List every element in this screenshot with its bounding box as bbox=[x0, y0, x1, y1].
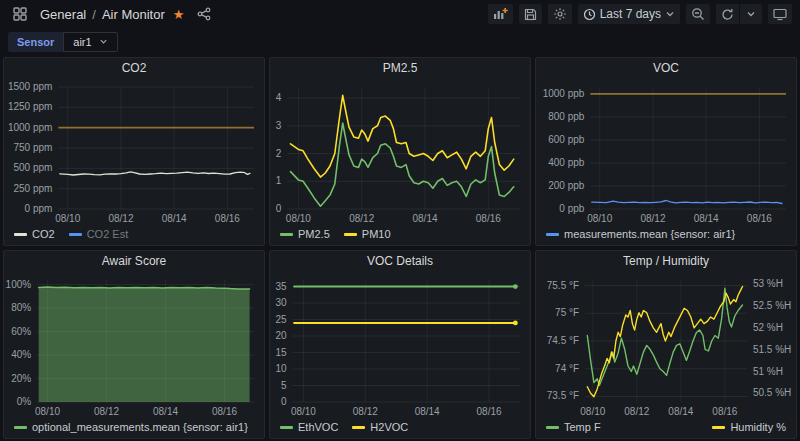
chart-canvas[interactable]: 08/1008/1208/1408/1605101520253035 bbox=[270, 272, 530, 419]
zoom-out-button[interactable] bbox=[686, 4, 710, 24]
y-tick-label: 0 bbox=[281, 396, 287, 407]
breadcrumb-section[interactable]: General bbox=[40, 7, 86, 22]
y-tick-label: 500 ppm bbox=[13, 162, 52, 173]
y-tick-label: 1000 ppm bbox=[8, 122, 52, 133]
series-line bbox=[587, 288, 742, 385]
y-tick-label: 10 bbox=[275, 363, 287, 374]
legend-swatch-icon bbox=[14, 233, 27, 236]
x-tick-label: 08/10 bbox=[286, 213, 311, 224]
dashboard-settings-button[interactable] bbox=[548, 4, 572, 24]
legend-label: Temp F bbox=[564, 421, 601, 433]
legend-item[interactable]: PM2.5 bbox=[280, 228, 330, 240]
voc-details-chart[interactable]: 08/1008/1208/1408/1605101520253035 bbox=[270, 272, 530, 419]
legend-item[interactable]: measurements.mean {sensor: air1} bbox=[546, 228, 735, 240]
panel-title[interactable]: CO2 bbox=[4, 58, 264, 79]
y-tick-label: 75.5 °F bbox=[547, 280, 579, 291]
x-tick-label: 08/10 bbox=[580, 406, 605, 417]
co2-chart[interactable]: 08/1008/1208/1408/160 ppm250 ppm500 ppm7… bbox=[4, 79, 264, 226]
series-line bbox=[291, 95, 514, 177]
tv-kiosk-mode-button[interactable] bbox=[768, 4, 792, 24]
y-tick-label: 5 bbox=[281, 380, 287, 391]
legend-swatch-icon bbox=[280, 426, 293, 429]
series-end-dot bbox=[513, 321, 518, 326]
y-tick-label: 20 bbox=[275, 330, 287, 341]
breadcrumb[interactable]: General / Air Monitor bbox=[40, 7, 165, 22]
x-tick-label: 08/10 bbox=[35, 406, 60, 417]
add-panel-button[interactable] bbox=[488, 4, 513, 24]
y-tick-label: 200 ppb bbox=[548, 180, 585, 191]
chevron-down-icon bbox=[665, 9, 675, 19]
y-tick-label: 75 °F bbox=[555, 307, 579, 318]
x-tick-label: 08/16 bbox=[476, 213, 501, 224]
chevron-down-icon bbox=[746, 9, 756, 19]
y-tick-label: 73.5 °F bbox=[547, 390, 579, 401]
panel-title[interactable]: Awair Score bbox=[4, 251, 264, 272]
legend-item[interactable]: optional_measurements.mean {sensor: air1… bbox=[14, 421, 248, 433]
y-tick-label: 1250 ppm bbox=[8, 101, 52, 112]
legend-item[interactable]: EthVOC bbox=[280, 421, 338, 433]
panel-title[interactable]: VOC bbox=[536, 58, 796, 79]
y-tick-label: 800 ppb bbox=[548, 111, 585, 122]
y-tick-label: 250 ppm bbox=[13, 183, 52, 194]
legend-swatch-icon bbox=[546, 426, 559, 429]
save-dashboard-button[interactable] bbox=[519, 4, 542, 24]
chart-canvas[interactable]: 08/1008/1208/1408/1601234 bbox=[270, 79, 530, 226]
chart-canvas[interactable]: 08/1008/1208/1408/160 ppm250 ppm500 ppm7… bbox=[4, 79, 264, 226]
temp-humidity-chart[interactable]: 08/1008/1208/1408/1673.5 °F74 °F74.5 °F7… bbox=[536, 272, 796, 419]
time-range-picker[interactable]: Last 7 days bbox=[578, 4, 680, 24]
chart-canvas[interactable]: 08/1008/1208/1408/1673.5 °F74 °F74.5 °F7… bbox=[536, 272, 796, 419]
panel-temp-humidity: Temp / Humidity 08/1008/1208/1408/1673.5… bbox=[535, 250, 797, 439]
awair-score-chart[interactable]: 08/1008/1208/1408/160%20%40%60%80%100% bbox=[4, 272, 264, 419]
panel-title[interactable]: PM2.5 bbox=[270, 58, 530, 79]
sensor-variable-dropdown[interactable]: air1 bbox=[63, 32, 117, 52]
legend-item[interactable]: CO2 bbox=[14, 228, 55, 240]
legend-label: measurements.mean {sensor: air1} bbox=[564, 228, 735, 240]
panel-awair-score: Awair Score 08/1008/1208/1408/160%20%40%… bbox=[3, 250, 265, 439]
legend-swatch-icon bbox=[344, 233, 357, 236]
legend-swatch-icon bbox=[712, 426, 725, 429]
panel-legend: optional_measurements.mean {sensor: air1… bbox=[4, 419, 264, 438]
y-tick-label: 40% bbox=[11, 349, 31, 360]
x-tick-label: 08/12 bbox=[94, 406, 119, 417]
pm25-chart[interactable]: 08/1008/1208/1408/1601234 bbox=[270, 79, 530, 226]
top-nav-bar: General / Air Monitor ★ bbox=[0, 0, 800, 28]
panel-title[interactable]: VOC Details bbox=[270, 251, 530, 272]
y-right-tick-label: 50.5 %H bbox=[753, 387, 791, 398]
y-tick-label: 1500 ppm bbox=[8, 81, 52, 92]
x-tick-label: 08/14 bbox=[415, 406, 440, 417]
y-tick-label: 600 ppb bbox=[548, 134, 585, 145]
legend-label: Humidity % bbox=[730, 421, 786, 433]
x-tick-label: 08/14 bbox=[153, 406, 178, 417]
y-right-tick-label: 52.5 %H bbox=[753, 300, 791, 311]
legend-label: PM10 bbox=[362, 228, 391, 240]
legend-item[interactable]: H2VOC bbox=[352, 421, 408, 433]
favorite-star-icon[interactable]: ★ bbox=[173, 8, 185, 21]
panel-voc-details: VOC Details 08/1008/1208/1408/1605101520… bbox=[269, 250, 531, 439]
y-right-tick-label: 51.5 %H bbox=[753, 344, 791, 355]
x-tick-label: 08/12 bbox=[108, 213, 133, 224]
y-tick-label: 100% bbox=[6, 279, 32, 290]
y-tick-label: 0% bbox=[17, 396, 32, 407]
chart-canvas[interactable]: 08/1008/1208/1408/160 ppb200 ppb400 ppb6… bbox=[536, 79, 796, 226]
legend-item[interactable]: PM10 bbox=[344, 228, 391, 240]
legend-item[interactable]: Temp F bbox=[546, 421, 601, 433]
y-tick-label: 25 bbox=[275, 314, 287, 325]
variables-bar: Sensor air1 bbox=[0, 28, 800, 55]
y-tick-label: 2 bbox=[276, 148, 282, 159]
panel-pm25: PM2.5 08/1008/1208/1408/1601234 PM2.5PM1… bbox=[269, 57, 531, 246]
legend-swatch-icon bbox=[69, 233, 82, 236]
panel-title[interactable]: Temp / Humidity bbox=[536, 251, 796, 272]
x-tick-label: 08/10 bbox=[587, 213, 612, 224]
refresh-interval-dropdown[interactable] bbox=[740, 4, 762, 24]
panel-co2: CO2 08/1008/1208/1408/160 ppm250 ppm500 … bbox=[3, 57, 265, 246]
dashboards-grid-icon[interactable] bbox=[8, 4, 32, 24]
legend-item[interactable]: Humidity % bbox=[712, 421, 786, 433]
share-icon[interactable] bbox=[192, 4, 216, 24]
series-line bbox=[587, 287, 742, 397]
legend-item[interactable]: CO2 Est bbox=[69, 228, 129, 240]
voc-chart[interactable]: 08/1008/1208/1408/160 ppb200 ppb400 ppb6… bbox=[536, 79, 796, 226]
y-tick-label: 400 ppb bbox=[548, 157, 585, 168]
chart-canvas[interactable]: 08/1008/1208/1408/160%20%40%60%80%100% bbox=[4, 272, 264, 419]
refresh-button[interactable] bbox=[716, 4, 739, 24]
panel-legend: EthVOCH2VOC bbox=[270, 419, 530, 438]
